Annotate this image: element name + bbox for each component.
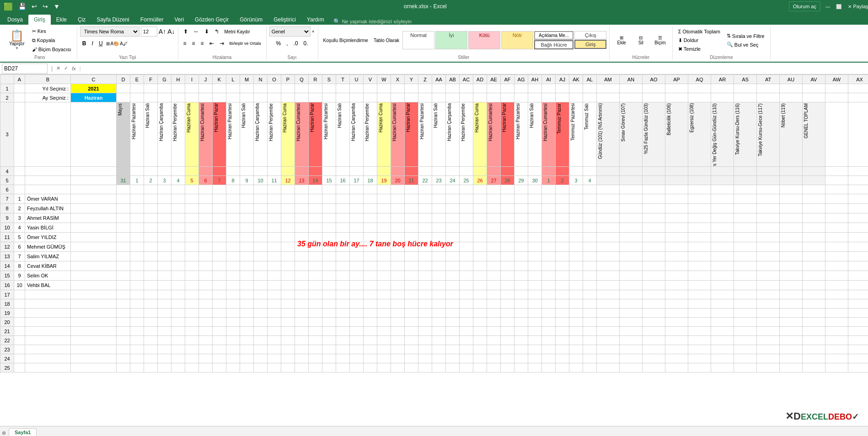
table-cell[interactable]: [473, 290, 487, 299]
table-cell[interactable]: [757, 261, 780, 271]
table-cell[interactable]: [825, 345, 848, 354]
table-cell[interactable]: [71, 345, 117, 354]
table-cell[interactable]: [185, 204, 199, 213]
table-cell[interactable]: [254, 84, 268, 93]
table-cell[interactable]: [711, 345, 734, 354]
table-cell[interactable]: [350, 281, 364, 290]
table-cell[interactable]: [130, 327, 144, 336]
table-cell[interactable]: [665, 281, 688, 290]
table-cell[interactable]: [281, 336, 295, 345]
table-cell[interactable]: [171, 336, 185, 345]
table-cell[interactable]: [501, 308, 514, 318]
table-cell[interactable]: [501, 327, 514, 336]
table-cell[interactable]: [377, 233, 391, 242]
table-cell[interactable]: [322, 84, 336, 93]
table-cell[interactable]: [542, 185, 556, 194]
table-cell[interactable]: 1: [14, 194, 25, 204]
table-cell[interactable]: [336, 345, 350, 354]
table-cell[interactable]: [350, 299, 364, 308]
table-cell[interactable]: Yıl Seçiniz :: [25, 84, 71, 93]
table-cell[interactable]: [583, 93, 597, 102]
table-cell[interactable]: [569, 252, 583, 261]
table-cell[interactable]: [583, 223, 597, 233]
table-cell[interactable]: [254, 290, 268, 299]
table-cell[interactable]: [418, 281, 432, 290]
table-cell[interactable]: [144, 281, 158, 290]
table-cell[interactable]: [336, 204, 350, 213]
table-cell[interactable]: [158, 327, 171, 336]
table-cell[interactable]: [446, 261, 460, 271]
table-cell[interactable]: [171, 93, 185, 102]
table-cell[interactable]: Cevat KİBAR: [25, 261, 71, 271]
font-name-select[interactable]: Times New Roma: [80, 27, 139, 37]
sort-filter-button[interactable]: ⇅ Sırala ve Filtre: [724, 32, 767, 40]
table-cell[interactable]: [213, 194, 226, 204]
table-cell[interactable]: [130, 233, 144, 242]
table-cell[interactable]: [226, 185, 240, 194]
table-cell[interactable]: [240, 345, 254, 354]
table-cell[interactable]: [226, 223, 240, 233]
table-cell[interactable]: [144, 290, 158, 299]
save-quick-btn[interactable]: 💾: [16, 2, 28, 11]
table-cell[interactable]: [418, 213, 432, 223]
table-cell[interactable]: [199, 345, 213, 354]
table-cell[interactable]: [25, 185, 71, 194]
table-cell[interactable]: [418, 242, 432, 252]
table-cell[interactable]: [556, 290, 569, 299]
table-cell[interactable]: [71, 213, 117, 223]
table-cell[interactable]: [405, 84, 418, 93]
table-cell[interactable]: [569, 93, 583, 102]
table-cell[interactable]: [825, 252, 848, 261]
table-cell[interactable]: [117, 308, 130, 318]
table-cell[interactable]: [71, 252, 117, 261]
table-cell[interactable]: [597, 185, 620, 194]
table-cell[interactable]: [665, 93, 688, 102]
table-cell[interactable]: [281, 354, 295, 363]
search-placeholder[interactable]: Ne yapmak istediğinizi söyleyin: [342, 19, 412, 24]
table-cell[interactable]: [803, 242, 825, 252]
table-cell[interactable]: [295, 363, 309, 372]
table-cell[interactable]: [734, 308, 757, 318]
table-cell[interactable]: [665, 84, 688, 93]
table-cell[interactable]: [391, 308, 405, 318]
table-cell[interactable]: [185, 233, 199, 242]
table-cell[interactable]: [336, 213, 350, 223]
table-cell[interactable]: [254, 363, 268, 372]
table-cell[interactable]: [364, 336, 377, 345]
table-cell[interactable]: [322, 252, 336, 261]
table-cell[interactable]: [144, 204, 158, 213]
table-cell[interactable]: [391, 281, 405, 290]
increase-decimal-button[interactable]: .0: [291, 38, 300, 48]
table-cell[interactable]: [487, 327, 501, 336]
table-cell[interactable]: [130, 290, 144, 299]
table-cell[interactable]: [460, 299, 473, 308]
table-cell[interactable]: [583, 290, 597, 299]
table-cell[interactable]: [158, 194, 171, 204]
table-cell[interactable]: [213, 336, 226, 345]
table-cell[interactable]: [336, 290, 350, 299]
table-cell[interactable]: [25, 308, 71, 318]
col-header-J[interactable]: J: [199, 75, 213, 84]
table-cell[interactable]: [803, 363, 825, 372]
table-cell[interactable]: [501, 299, 514, 308]
col-header-AC[interactable]: AC: [460, 75, 473, 84]
table-cell[interactable]: [322, 93, 336, 102]
table-cell[interactable]: [350, 345, 364, 354]
table-cell[interactable]: [322, 185, 336, 194]
table-cell[interactable]: [528, 204, 542, 213]
col-header-C[interactable]: C: [71, 75, 117, 84]
table-cell[interactable]: [281, 271, 295, 281]
table-cell[interactable]: [446, 299, 460, 308]
table-cell[interactable]: [185, 281, 199, 290]
table-cell[interactable]: [185, 271, 199, 281]
table-cell[interactable]: [711, 242, 734, 252]
table-cell[interactable]: [473, 345, 487, 354]
table-cell[interactable]: [14, 354, 25, 363]
table-cell[interactable]: [569, 345, 583, 354]
table-cell[interactable]: [620, 363, 643, 372]
table-cell[interactable]: [71, 204, 117, 213]
table-cell[interactable]: [130, 213, 144, 223]
table-cell[interactable]: [542, 252, 556, 261]
table-cell[interactable]: [240, 223, 254, 233]
table-cell[interactable]: [620, 318, 643, 327]
